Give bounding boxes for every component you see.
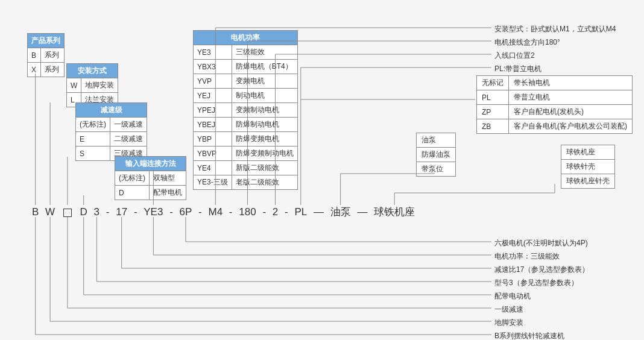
code-input: D <box>80 206 87 218</box>
model-code: B W D 3 - 17 - YE3 - 6P - M4 - 180 - 2 -… <box>30 205 417 219</box>
table-row: 无标记带长袖电机 <box>477 76 633 90</box>
table-reduction: 减速级 (无标注)一级减速 E二级减速 S三级减速 <box>75 102 147 161</box>
square-placeholder <box>63 209 72 217</box>
table-row: YEJ制动电机 <box>194 89 298 103</box>
note-ratio: 减速比17（参见选型参数表） <box>494 265 589 275</box>
table-row: 球铁针壳 <box>561 160 615 174</box>
note-install-type: 安装型式：卧式默认M1，立式默认M4 <box>494 24 616 34</box>
note-foot-mount: 地脚安装 <box>494 318 523 328</box>
code-series: B <box>32 206 39 218</box>
table-row: W地脚安装 <box>67 78 118 93</box>
code-install: M4 <box>209 206 223 218</box>
mount-title: 安装方式 <box>67 64 118 78</box>
note-b-series: B系列摆线针轮减速机 <box>494 331 564 340</box>
motor-title: 电机功率 <box>194 31 298 45</box>
code-poles: 6P <box>180 206 192 218</box>
table-row: YVP变频电机 <box>194 74 298 89</box>
table-input: 输入端连接方法 (无标注)双轴型 D配带电机 <box>115 156 186 200</box>
note-pl: PL:带普立电机 <box>494 64 541 74</box>
note-motor-power: 电机功率：三级能效 <box>494 251 560 262</box>
note-poles: 六极电机(不注明时默认为4P) <box>494 238 588 248</box>
code-pl: PL <box>294 206 307 218</box>
table-row: YE3-三级老版二级能效 <box>194 175 298 190</box>
table-row: 球铁机座针壳 <box>561 174 615 189</box>
code-direction: 180 <box>239 206 256 218</box>
connector-lines <box>0 0 644 340</box>
table-motor: 电机功率 YE3三级能效 YBX3防爆电机（BT4） YVP变频电机 YEJ制动… <box>193 30 298 190</box>
note-inlet: 入线口位置2 <box>494 51 535 61</box>
table-row: D配带电机 <box>115 186 186 200</box>
table-row: 油泵 <box>417 133 456 148</box>
table-motor-mark: 无标记带长袖电机 PL带普立电机 ZP客户自配电机(发机头) ZB客户自备电机(… <box>476 75 633 134</box>
code-iron: 球铁机座 <box>374 205 415 219</box>
table-row: ZB客户自备电机(客户电机发公司装配) <box>477 119 633 134</box>
table-pump: 油泵 防爆油泵 带泵位 <box>416 133 456 177</box>
series-title: 产品系列 <box>28 34 65 48</box>
note-one-stage: 一级减速 <box>494 304 523 315</box>
code-reduction <box>62 206 74 218</box>
table-row: YBEJ防爆制动电机 <box>194 118 298 132</box>
table-row: X系列 <box>28 63 65 77</box>
table-iron: 球铁机座 球铁针壳 球铁机座针壳 <box>561 145 615 189</box>
code-model: 3 <box>94 206 99 218</box>
table-row: YE3三级能效 <box>194 45 298 60</box>
code-motor-power: YE3 <box>144 206 163 218</box>
code-mount: W <box>45 206 55 218</box>
table-row: YPEJ变频制动电机 <box>194 103 298 118</box>
note-junction-box: 电机接线盒方向180° <box>494 37 560 48</box>
note-with-motor: 配带电动机 <box>494 291 531 301</box>
table-row: ZP客户自配电机(发机头) <box>477 105 633 119</box>
table-row: 球铁机座 <box>561 145 615 160</box>
table-row: 防爆油泵 <box>417 148 456 162</box>
table-row: (无标注)双轴型 <box>115 171 186 186</box>
table-row: YBVP防爆变频制动电机 <box>194 146 298 161</box>
table-row: E二级减速 <box>76 132 147 146</box>
reduction-title: 减速级 <box>76 103 147 118</box>
table-row: YBP防爆变频电机 <box>194 132 298 146</box>
code-inlet: 2 <box>273 206 278 218</box>
input-title: 输入端连接方法 <box>115 157 186 171</box>
code-ratio: 17 <box>116 206 127 218</box>
table-series: 产品系列 B系列 X系列 <box>27 33 65 77</box>
table-row: B系列 <box>28 48 65 63</box>
table-row: PL带普立电机 <box>477 90 633 105</box>
table-mount: 安装方式 W地脚安装 L法兰安装 <box>66 63 118 107</box>
table-row: (无标注)一级减速 <box>76 118 147 132</box>
table-row: 带泵位 <box>417 162 456 177</box>
note-model: 型号3（参见选型参数表） <box>494 278 578 288</box>
table-row: YE4新版二级能效 <box>194 161 298 175</box>
code-pump: 油泵 <box>330 205 351 219</box>
table-row: YBX3防爆电机（BT4） <box>194 60 298 74</box>
